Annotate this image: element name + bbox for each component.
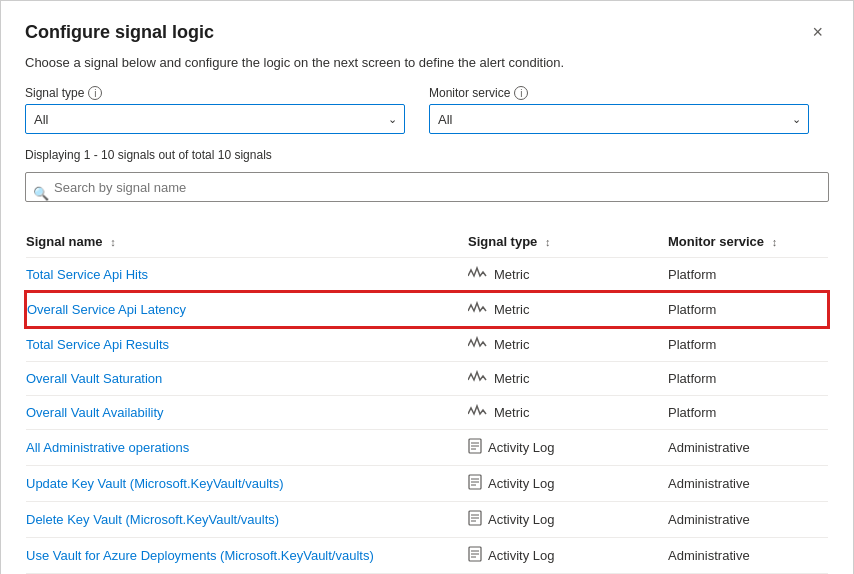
- activity-log-icon: [468, 474, 482, 493]
- signal-type-select-wrapper: All ⌄: [25, 104, 405, 134]
- monitor-service-info-icon: i: [514, 86, 528, 100]
- monitor-service-text: Administrative: [668, 502, 828, 538]
- activity-log-icon: [468, 510, 482, 529]
- monitor-service-text: Administrative: [668, 466, 828, 502]
- close-button[interactable]: ×: [806, 21, 829, 43]
- table-row[interactable]: Delete Key Vault (Microsoft.KeyVault/vau…: [26, 502, 828, 538]
- monitor-service-text: Administrative: [668, 430, 828, 466]
- metric-icon: [468, 404, 488, 421]
- signals-table: Signal name ↕ Signal type ↕ Monitor serv…: [25, 226, 829, 574]
- filters-row: Signal type i All ⌄ Monitor service i Al…: [25, 86, 829, 134]
- signal-name-link[interactable]: All Administrative operations: [26, 440, 189, 455]
- signal-type-text: Metric: [494, 371, 529, 386]
- signal-type-text: Metric: [494, 405, 529, 420]
- dialog-header: Configure signal logic ×: [25, 21, 829, 43]
- table-row[interactable]: Overall Vault Saturation MetricPlatform: [26, 362, 828, 396]
- signal-type-select[interactable]: All: [25, 104, 405, 134]
- signal-type-text: Metric: [494, 302, 529, 317]
- signal-type-text: Activity Log: [488, 440, 554, 455]
- monitor-service-text: Administrative: [668, 538, 828, 574]
- signal-name-link[interactable]: Overall Service Api Latency: [27, 302, 186, 317]
- dialog-title: Configure signal logic: [25, 22, 214, 43]
- metric-icon: [468, 370, 488, 387]
- signal-type-text: Activity Log: [488, 476, 554, 491]
- monitor-service-text: Platform: [668, 396, 828, 430]
- search-icon: 🔍: [33, 186, 49, 201]
- column-monitor-service[interactable]: Monitor service ↕: [668, 226, 828, 258]
- search-wrapper: 🔍: [25, 172, 829, 214]
- signal-name-link[interactable]: Update Key Vault (Microsoft.KeyVault/vau…: [26, 476, 283, 491]
- monitor-service-text: Platform: [668, 362, 828, 396]
- sort-icon-monitor-service: ↕: [772, 236, 778, 248]
- signal-type-text: Activity Log: [488, 512, 554, 527]
- signal-type-text: Activity Log: [488, 548, 554, 563]
- signal-name-link[interactable]: Use Vault for Azure Deployments (Microso…: [26, 548, 374, 563]
- signal-type-filter-group: Signal type i All ⌄: [25, 86, 405, 134]
- displaying-text: Displaying 1 - 10 signals out of total 1…: [25, 148, 829, 162]
- monitor-service-select[interactable]: All: [429, 104, 809, 134]
- sort-icon-signal-type: ↕: [545, 236, 551, 248]
- monitor-service-text: Platform: [668, 258, 828, 293]
- table-header-row: Signal name ↕ Signal type ↕ Monitor serv…: [26, 226, 828, 258]
- monitor-service-label: Monitor service i: [429, 86, 809, 100]
- search-input[interactable]: [25, 172, 829, 202]
- table-row[interactable]: Total Service Api Hits MetricPlatform: [26, 258, 828, 293]
- column-signal-type[interactable]: Signal type ↕: [468, 226, 668, 258]
- monitor-service-text: Platform: [668, 327, 828, 362]
- signal-name-link[interactable]: Overall Vault Availability: [26, 405, 164, 420]
- activity-log-icon: [468, 546, 482, 565]
- table-row[interactable]: Total Service Api Results MetricPlatform: [26, 327, 828, 362]
- table-row[interactable]: Use Vault for Azure Deployments (Microso…: [26, 538, 828, 574]
- signal-type-text: Metric: [494, 267, 529, 282]
- metric-icon: [468, 266, 488, 283]
- monitor-service-select-wrapper: All ⌄: [429, 104, 809, 134]
- table-row[interactable]: Overall Vault Availability MetricPlatfor…: [26, 396, 828, 430]
- sort-icon-signal-name: ↕: [110, 236, 116, 248]
- signal-type-text: Metric: [494, 337, 529, 352]
- table-row[interactable]: Overall Service Api Latency MetricPlatfo…: [26, 292, 828, 327]
- metric-icon: [468, 301, 488, 318]
- table-row[interactable]: Update Key Vault (Microsoft.KeyVault/vau…: [26, 466, 828, 502]
- signal-type-info-icon: i: [88, 86, 102, 100]
- column-signal-name[interactable]: Signal name ↕: [26, 226, 468, 258]
- monitor-service-filter-group: Monitor service i All ⌄: [429, 86, 809, 134]
- signal-type-label: Signal type i: [25, 86, 405, 100]
- signal-name-link[interactable]: Overall Vault Saturation: [26, 371, 162, 386]
- signal-name-link[interactable]: Total Service Api Hits: [26, 267, 148, 282]
- activity-log-icon: [468, 438, 482, 457]
- signal-name-link[interactable]: Delete Key Vault (Microsoft.KeyVault/vau…: [26, 512, 279, 527]
- monitor-service-text: Platform: [668, 292, 828, 327]
- metric-icon: [468, 336, 488, 353]
- table-row[interactable]: All Administrative operations Activity L…: [26, 430, 828, 466]
- configure-signal-dialog: Configure signal logic × Choose a signal…: [0, 0, 854, 574]
- signal-name-link[interactable]: Total Service Api Results: [26, 337, 169, 352]
- dialog-description: Choose a signal below and configure the …: [25, 55, 829, 70]
